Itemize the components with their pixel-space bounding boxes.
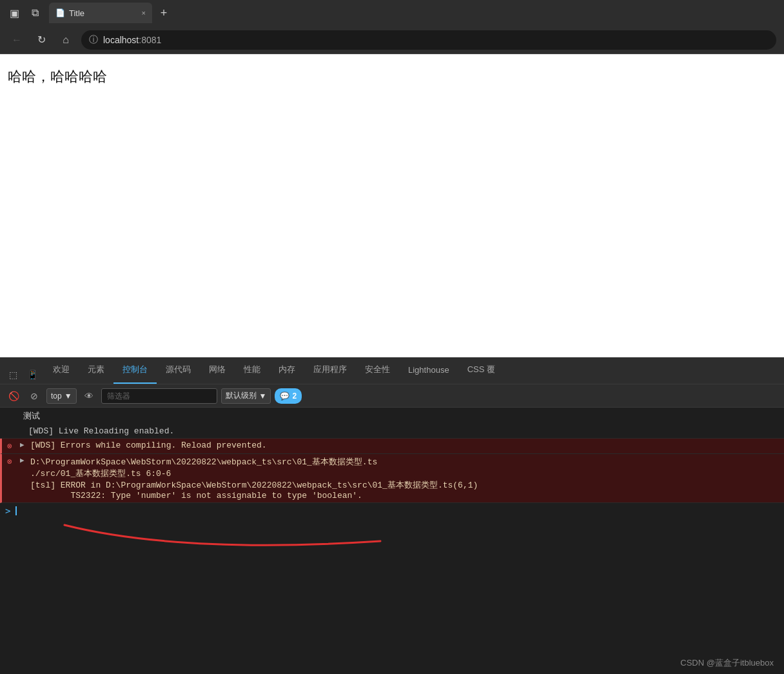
console-line-error-text-2: D:\ProgramWorkSpace\WebStorm\20220822\we… — [30, 456, 779, 501]
tab-console[interactable]: 控制台 — [113, 357, 157, 384]
chevron-down-icon-level: ▼ — [259, 392, 267, 401]
console-input-line[interactable]: > — [0, 503, 784, 519]
error-icon-1: ⊗ — [7, 441, 20, 451]
issues-icon: 💬 — [280, 392, 289, 401]
console-line-text: [WDS] Live Reloading enabled. — [28, 426, 779, 436]
context-dropdown[interactable]: top ▼ — [46, 388, 77, 404]
devtools-tab-bar: ⬚ 📱 欢迎 元素 控制台 源代码 网络 性能 内存 应用程序 安全性 — [0, 357, 784, 384]
page-main-text: 哈哈，哈哈哈哈 — [8, 67, 776, 86]
console-line-error-text-1: [WDS] Errors while compiling. Reload pre… — [30, 441, 779, 450]
expand-arrow-2[interactable]: ▶ — [20, 456, 30, 464]
sidebar-toggle-icon[interactable]: ▣ — [5, 4, 23, 22]
tab-bar-left-icons: ▣ ⧉ — [5, 4, 44, 22]
annotation-line — [0, 519, 784, 557]
issues-badge[interactable]: 💬 2 — [275, 388, 302, 404]
error-icon-2: ⊗ — [7, 457, 20, 467]
tab-sources[interactable]: 源代码 — [157, 357, 200, 384]
tab-page-icon: 📄 — [55, 8, 65, 17]
tab-lighthouse[interactable]: Lighthouse — [399, 357, 458, 384]
chevron-down-icon: ▼ — [64, 392, 72, 401]
tab-welcome[interactable]: 欢迎 — [44, 357, 79, 384]
log-level-dropdown[interactable]: 默认级别 ▼ — [221, 388, 271, 404]
console-prompt: > — [5, 506, 10, 516]
info-icon: ⓘ — [89, 34, 98, 46]
console-line-wds-reloading: [WDS] Live Reloading enabled. — [0, 424, 784, 439]
console-cursor — [15, 506, 17, 515]
address-input[interactable]: ⓘ localhost:8081 — [81, 30, 776, 50]
back-button[interactable]: ← — [8, 31, 26, 49]
expand-arrow-1[interactable]: ▶ — [20, 441, 30, 449]
devtools-panel: ⬚ 📱 欢迎 元素 控制台 源代码 网络 性能 内存 应用程序 安全性 — [0, 357, 784, 674]
devtools-toolbar: 🚫 ⊘ top ▼ 👁 默认级别 ▼ 💬 2 — [0, 384, 784, 408]
console-line-error-2[interactable]: ⊗ ▶ D:\ProgramWorkSpace\WebStorm\2022082… — [0, 454, 784, 503]
eye-icon[interactable]: 👁 — [81, 388, 97, 404]
devtools-inspect-icon[interactable]: ⬚ — [4, 366, 22, 384]
devtools-left-icons: ⬚ 📱 — [4, 366, 41, 384]
tab-elements[interactable]: 元素 — [79, 357, 113, 384]
refresh-button[interactable]: ↻ — [32, 31, 50, 49]
new-window-icon[interactable]: ⧉ — [26, 4, 44, 22]
tab-network[interactable]: 网络 — [200, 357, 235, 384]
console-line-error-1[interactable]: ⊗ ▶ [WDS] Errors while compiling. Reload… — [0, 439, 784, 454]
address-bar: ← ↻ ⌂ ⓘ localhost:8081 — [0, 26, 784, 54]
tab-security[interactable]: 安全性 — [356, 357, 399, 384]
filter-input[interactable] — [101, 388, 217, 404]
tab-application[interactable]: 应用程序 — [304, 357, 356, 384]
page-content: 哈哈，哈哈哈哈 — [0, 54, 784, 357]
bottom-credit: CSDN @蓝盒子itbluebox — [0, 652, 784, 674]
tab-close-button[interactable]: × — [142, 9, 146, 17]
tab-performance[interactable]: 性能 — [235, 357, 270, 384]
tab-title: Title — [69, 8, 84, 18]
filter-toggle-button[interactable]: ⊘ — [26, 388, 43, 404]
tab-memory[interactable]: 内存 — [270, 357, 304, 384]
console-output[interactable]: 测试 [WDS] Live Reloading enabled. ⊗ ▶ [WD… — [0, 408, 784, 652]
new-tab-button[interactable]: + — [155, 4, 173, 22]
home-button[interactable]: ⌂ — [57, 31, 75, 49]
tab-bar: ▣ ⧉ 📄 Title × + — [0, 0, 784, 26]
tab-css-coverage[interactable]: CSS 覆 — [458, 357, 504, 384]
browser-tab[interactable]: 📄 Title × — [49, 3, 152, 23]
clear-console-button[interactable]: 🚫 — [5, 388, 22, 404]
address-text: localhost:8081 — [103, 35, 161, 45]
console-section-label: 测试 — [0, 408, 784, 424]
devtools-device-icon[interactable]: 📱 — [23, 366, 41, 384]
